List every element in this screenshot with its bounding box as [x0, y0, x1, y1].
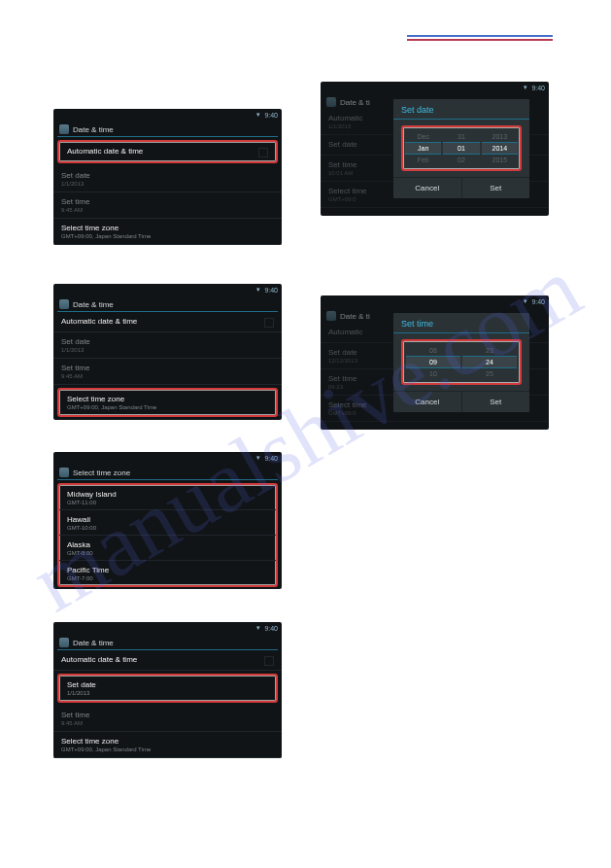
- item-subtitle: GMT-8:00: [67, 550, 268, 556]
- time-picker-highlight: 08 23 09 24 10 25: [401, 339, 522, 385]
- picker-day[interactable]: 01: [443, 142, 479, 155]
- item-subtitle: GMT+09:00, Japan Standard Time: [67, 404, 268, 410]
- item-set-date[interactable]: Set date 1/1/2013: [53, 332, 282, 359]
- picker-row-top[interactable]: Dec 31 2013: [405, 131, 518, 142]
- accent-bar-blue: [407, 35, 553, 37]
- item-set-date[interactable]: Set date 1/1/2013: [59, 676, 276, 701]
- picker-min-next[interactable]: 25: [462, 368, 517, 379]
- picker-row-bottom[interactable]: 10 25: [405, 368, 518, 379]
- item-subtitle: 9:45 AM: [61, 207, 274, 213]
- status-time: 9:40: [264, 112, 278, 119]
- item-subtitle: 9:45 AM: [61, 373, 274, 379]
- status-time: 9:40: [264, 625, 278, 632]
- picker-row-top[interactable]: 08 23: [405, 345, 518, 356]
- wifi-icon: ▾: [524, 297, 527, 305]
- item-set-time[interactable]: Set time 9:45 AM: [53, 359, 282, 385]
- wifi-icon: ▾: [524, 84, 527, 91]
- wifi-icon: ▾: [256, 286, 260, 294]
- cancel-button[interactable]: Cancel: [393, 178, 462, 198]
- page-accent: [407, 35, 553, 39]
- item-set-time[interactable]: Set time 9:45 AM: [53, 192, 282, 219]
- screen-header: Select time zone: [53, 464, 282, 479]
- set-button[interactable]: Set: [462, 392, 530, 412]
- set-button[interactable]: Set: [462, 178, 530, 198]
- status-bar: ▾ 9:40: [53, 284, 282, 295]
- highlight-box: Select time zone GMT+09:00, Japan Standa…: [57, 388, 278, 417]
- picker-hour-prev[interactable]: 08: [406, 345, 460, 356]
- item-title: Set date: [61, 171, 274, 180]
- picker-day-next[interactable]: 02: [443, 155, 479, 165]
- checkbox-icon[interactable]: [264, 656, 274, 666]
- wifi-icon: ▾: [256, 454, 260, 462]
- checkbox-icon[interactable]: [258, 148, 268, 157]
- screenshot-set-time-dialog: ▾ 9:40 Date & ti Automatic Set date12/12…: [321, 295, 549, 430]
- picker-day-prev[interactable]: 31: [443, 131, 479, 142]
- tz-pacific[interactable]: Pacific Time GMT-7:00: [59, 561, 276, 585]
- item-subtitle: GMT-11:00: [67, 500, 268, 505]
- divider: [57, 136, 278, 137]
- picker-hour-next[interactable]: 10: [406, 368, 460, 379]
- picker-row-center[interactable]: Jan 01 2014: [405, 142, 518, 155]
- picker-year-next[interactable]: 2015: [482, 155, 518, 165]
- dialog-title: Set time: [393, 313, 529, 332]
- picker-month-next[interactable]: Feb: [405, 155, 441, 165]
- set-date-dialog: Set date Dec 31 2013 Jan 01 2014 Feb 02 …: [393, 99, 529, 198]
- picker-hour[interactable]: 09: [406, 356, 460, 368]
- item-title: Set date: [67, 680, 268, 689]
- item-select-time-zone[interactable]: Select time zone GMT+09:00, Japan Standa…: [53, 732, 282, 758]
- screenshot-date-time-auto: ▾ 9:40 Date & time Automatic date & time…: [53, 109, 282, 245]
- item-select-time-zone[interactable]: Select time zone GMT+09:00, Japan Standa…: [59, 390, 276, 415]
- screen-header: Date & time: [53, 634, 282, 649]
- item-set-time[interactable]: Set time 9:45 AM: [53, 706, 282, 732]
- picker-year[interactable]: 2014: [482, 142, 518, 155]
- item-title: Select time zone: [61, 224, 274, 232]
- item-subtitle: GMT-10:00: [67, 525, 268, 531]
- dialog-title: Set date: [393, 99, 529, 119]
- picker-month-prev[interactable]: Dec: [405, 131, 441, 142]
- divider: [393, 332, 529, 333]
- item-select-time-zone[interactable]: Select time zone GMT+09:00, Japan Standa…: [53, 219, 282, 245]
- checkbox-icon[interactable]: [264, 318, 274, 328]
- status-bar: ▾ 9:40: [53, 452, 282, 464]
- item-automatic-date-time[interactable]: Automatic date & time: [53, 312, 282, 332]
- item-subtitle: 1/1/2013: [61, 181, 274, 187]
- item-set-date[interactable]: Set date 1/1/2013: [53, 166, 282, 192]
- item-subtitle: 9:45 AM: [61, 720, 274, 726]
- bg-title: Date & ti: [340, 312, 370, 321]
- picker-row-bottom[interactable]: Feb 02 2015: [405, 155, 518, 165]
- wifi-icon: ▾: [256, 111, 260, 119]
- screenshot-date-time-tz: ▾ 9:40 Date & time Automatic date & time…: [53, 284, 282, 420]
- item-title: Hawaii: [67, 515, 268, 524]
- settings-icon: [59, 124, 69, 134]
- screen-title: Select time zone: [73, 469, 130, 477]
- divider: [393, 119, 529, 120]
- picker-row-center[interactable]: 09 24: [405, 356, 518, 368]
- picker-min-prev[interactable]: 23: [462, 345, 517, 356]
- tz-alaska[interactable]: Alaska GMT-8:00: [59, 536, 276, 561]
- screenshot-select-time-zone: ▾ 9:40 Select time zone Midway Island GM…: [53, 452, 282, 589]
- item-automatic-date-time[interactable]: Automatic date & time: [59, 142, 276, 161]
- tz-midway[interactable]: Midway Island GMT-11:00: [59, 485, 276, 510]
- screen-header: Date & time: [53, 295, 282, 311]
- status-bar: ▾ 9:40: [53, 109, 282, 121]
- item-automatic-date-time[interactable]: Automatic date & time: [53, 650, 282, 671]
- settings-icon: [59, 299, 69, 309]
- status-time: 9:40: [264, 287, 278, 294]
- picker-year-prev[interactable]: 2013: [482, 131, 518, 142]
- date-picker-highlight: Dec 31 2013 Jan 01 2014 Feb 02 2015: [401, 125, 522, 171]
- cancel-button[interactable]: Cancel: [393, 392, 462, 412]
- picker-min[interactable]: 24: [462, 356, 517, 368]
- wifi-icon: ▾: [256, 624, 260, 632]
- status-bar: ▾ 9:40: [321, 295, 549, 307]
- picker-month[interactable]: Jan: [405, 142, 441, 155]
- item-title: Automatic date & time: [61, 655, 274, 664]
- item-subtitle: GMT+09:00, Japan Standard Time: [61, 746, 274, 752]
- set-time-dialog: Set time 08 23 09 24 10 25 Cancel Set: [393, 313, 529, 412]
- accent-bar-red: [407, 39, 553, 41]
- item-title: Set time: [61, 711, 274, 719]
- item-title: Select time zone: [61, 737, 274, 746]
- item-subtitle: GMT-7:00: [67, 575, 268, 581]
- screen-header: Date & time: [53, 121, 282, 136]
- bg-title: Date & ti: [340, 98, 370, 107]
- tz-hawaii[interactable]: Hawaii GMT-10:00: [59, 510, 276, 536]
